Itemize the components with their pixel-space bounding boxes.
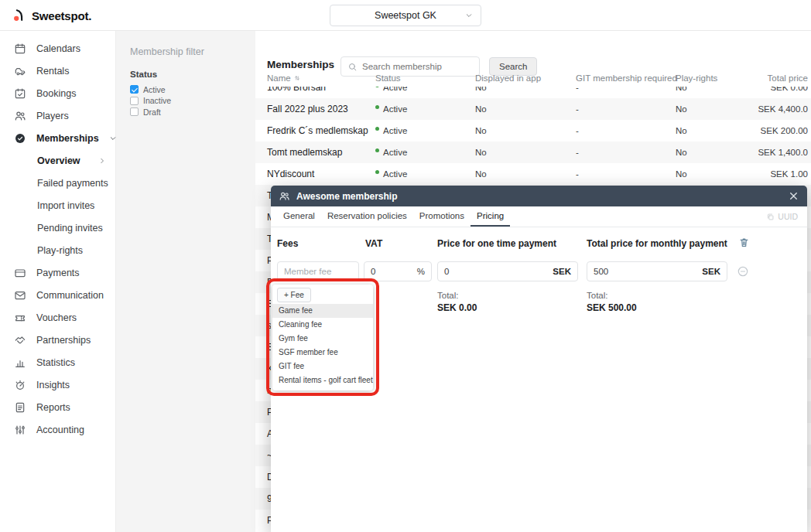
fee-option-rental-items-golf-cart-fleet[interactable]: Rental items - golf cart fleet: [272, 373, 373, 387]
modal-header: Awesome membership: [271, 186, 807, 206]
membership-modal: Awesome membership GeneralReservation po…: [271, 186, 807, 532]
fee-name-field[interactable]: [277, 261, 359, 281]
membership-status: Active: [375, 98, 407, 120]
sidebar-subitem-play-rights[interactable]: Play-rights: [0, 239, 115, 261]
checkbox-inactive[interactable]: [130, 97, 139, 105]
sidebar-subitem-label: Failed payments: [37, 178, 108, 189]
tab-promotions[interactable]: Promotions: [413, 206, 471, 227]
checkbox-active[interactable]: [130, 85, 139, 94]
membership-row[interactable]: Tomt medlemskapActiveNo-NoSEK 1,400.0: [255, 142, 811, 163]
sidebar-subitem-pending-invites[interactable]: Pending invites: [0, 217, 115, 239]
envelope-icon: [14, 289, 26, 302]
close-icon[interactable]: [788, 190, 799, 202]
monthly-currency-suffix: SEK: [702, 267, 720, 276]
sidebar-item-players[interactable]: Players: [0, 104, 115, 127]
membership-play-rights: No: [676, 142, 687, 163]
sidebar-item-rentals[interactable]: Rentals: [0, 60, 115, 82]
membership-git-required: -: [576, 87, 579, 98]
sliders-icon: [14, 424, 26, 436]
fee-option-game-fee[interactable]: Game fee: [272, 304, 373, 318]
sidebar-item-vouchers[interactable]: Vouchers: [0, 306, 115, 329]
filter-option-draft[interactable]: Draft: [130, 107, 241, 118]
tab-general[interactable]: General: [277, 206, 321, 227]
column-header-git-membership-required: GIT membership required: [576, 70, 677, 87]
calendar-icon: [14, 43, 26, 55]
filter-option-inactive[interactable]: Inactive: [130, 96, 241, 107]
membership-git-required: -: [576, 98, 579, 120]
top-bar: Sweetspot. Sweetspot GK: [0, 0, 811, 31]
membership-displayed-in-app: No: [475, 142, 487, 163]
sidebar-item-memberships[interactable]: Memberships: [0, 127, 115, 149]
trash-icon[interactable]: [738, 237, 750, 248]
golf-cart-icon: [14, 65, 26, 77]
fee-option-gym-fee[interactable]: Gym fee: [272, 332, 373, 346]
vat-suffix: %: [417, 267, 425, 276]
monthly-price-input[interactable]: [594, 267, 697, 276]
add-fee-button[interactable]: + Fee: [277, 288, 311, 302]
membership-play-rights: No: [676, 98, 687, 120]
membership-status: Active: [375, 87, 407, 98]
membership-git-required: -: [576, 120, 579, 142]
one-time-price-input[interactable]: [444, 267, 548, 276]
membership-badge-icon: [14, 132, 26, 145]
membership-row[interactable]: NYdiscountActiveNo-NoSEK 1.00: [255, 163, 811, 185]
fee-dropdown: + Fee Game feeCleaning feeGym feeSGF mem…: [272, 285, 373, 390]
sidebar-item-label: Payments: [36, 268, 80, 278]
sidebar-item-bookings[interactable]: Bookings: [0, 82, 115, 104]
checkbox-draft[interactable]: [130, 107, 139, 116]
membership-row[interactable]: Fall 2022 plus 2023ActiveNo-NoSEK 4,400.…: [255, 98, 811, 120]
uuid-label: UUID: [778, 212, 798, 221]
status-dot-icon: [375, 105, 379, 109]
sidebar-subitem-overview[interactable]: Overview: [0, 149, 115, 172]
sidebar-item-calendars[interactable]: Calendars: [0, 37, 115, 60]
membership-row[interactable]: Fredrik C´s medlemskapActiveNo-NoSEK 200…: [255, 120, 811, 142]
column-header-total-price: Total price: [768, 70, 808, 87]
players-icon: [14, 110, 26, 122]
filter-option-active[interactable]: Active: [130, 84, 241, 95]
sidebar-item-payments[interactable]: Payments: [0, 261, 115, 284]
membership-total-price: SEK 1,400.0: [758, 142, 808, 163]
tab-reservation-policies[interactable]: Reservation policies: [321, 206, 413, 227]
sidebar-item-label: Memberships: [36, 133, 99, 144]
membership-play-rights: No: [676, 120, 687, 142]
minus-circle-icon[interactable]: [737, 265, 749, 278]
sidebar-item-partnerships[interactable]: Partnerships: [0, 329, 115, 351]
filter-panel-title: Membership filter: [130, 46, 241, 57]
gauge-icon: [14, 379, 26, 391]
sidebar-item-label: Statistics: [36, 357, 75, 368]
sidebar-item-label: Reports: [36, 402, 70, 413]
sidebar-item-communication[interactable]: Communication: [0, 284, 115, 306]
one-time-total-label: Total:: [437, 291, 459, 300]
column-header-name[interactable]: Name: [267, 70, 301, 87]
membership-row[interactable]: 100% BrorsanActiveNo-NoSEK 0.00: [255, 87, 811, 98]
sidebar-subitem-failed-payments[interactable]: Failed payments: [0, 172, 115, 194]
filter-option-label: Active: [143, 85, 166, 94]
membership-total-price: SEK 0.00: [770, 87, 808, 98]
one-time-price-field[interactable]: SEK: [437, 261, 578, 281]
sort-icon[interactable]: [293, 74, 301, 82]
membership-name: 100% Brorsan: [267, 87, 326, 98]
vat-field[interactable]: %: [364, 261, 432, 281]
fee-options-menu: Game feeCleaning feeGym feeSGF member fe…: [272, 304, 373, 387]
fee-option-cleaning-fee[interactable]: Cleaning fee: [272, 318, 373, 332]
fee-name-input[interactable]: [284, 267, 352, 276]
membership-filter-panel: Membership filter Status ActiveInactiveD…: [116, 31, 255, 532]
sidebar-item-accounting[interactable]: Accounting: [0, 418, 115, 441]
bar-chart-icon: [14, 356, 26, 369]
club-selector[interactable]: Sweetspot GK: [330, 5, 481, 26]
fee-option-sgf-member-fee[interactable]: SGF member fee: [272, 346, 373, 360]
sidebar-item-statistics[interactable]: Statistics: [0, 351, 115, 373]
vat-input[interactable]: [371, 267, 412, 276]
membership-total-price: SEK 200.00: [761, 120, 808, 142]
sidebar-item-insights[interactable]: Insights: [0, 373, 115, 396]
sidebar-item-reports[interactable]: Reports: [0, 396, 115, 418]
sidebar-subitem-import-invites[interactable]: Import invites: [0, 194, 115, 217]
one-time-currency-suffix: SEK: [553, 267, 571, 276]
booking-calendar-icon: [14, 87, 26, 100]
sidebar-item-label: Vouchers: [36, 312, 77, 323]
uuid-button[interactable]: UUID: [766, 206, 807, 227]
monthly-price-field[interactable]: SEK: [587, 261, 727, 281]
tab-pricing[interactable]: Pricing: [471, 206, 510, 227]
status-dot-icon: [375, 127, 379, 131]
fee-option-git-fee[interactable]: GIT fee: [272, 360, 373, 373]
